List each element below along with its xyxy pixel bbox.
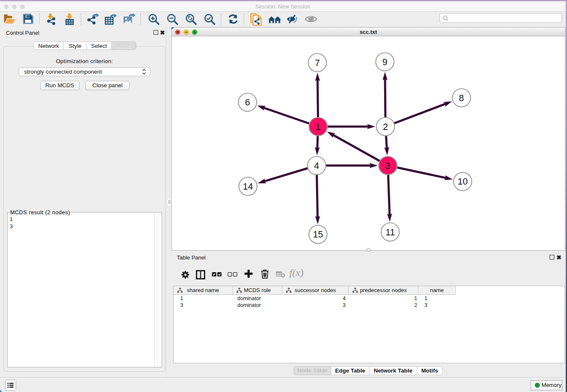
svg-text:9: 9 [383, 57, 388, 67]
svg-text:2: 2 [383, 122, 388, 132]
svg-text:8: 8 [459, 93, 464, 103]
svg-text:1: 1 [316, 122, 321, 132]
svg-text:6: 6 [245, 97, 250, 108]
svg-text:4: 4 [314, 161, 319, 171]
svg-text:14: 14 [243, 182, 253, 192]
svg-text:15: 15 [313, 229, 323, 240]
svg-text:10: 10 [457, 177, 468, 187]
svg-text:7: 7 [315, 58, 320, 68]
svg-text:11: 11 [385, 227, 395, 237]
svg-text:3: 3 [385, 161, 391, 171]
